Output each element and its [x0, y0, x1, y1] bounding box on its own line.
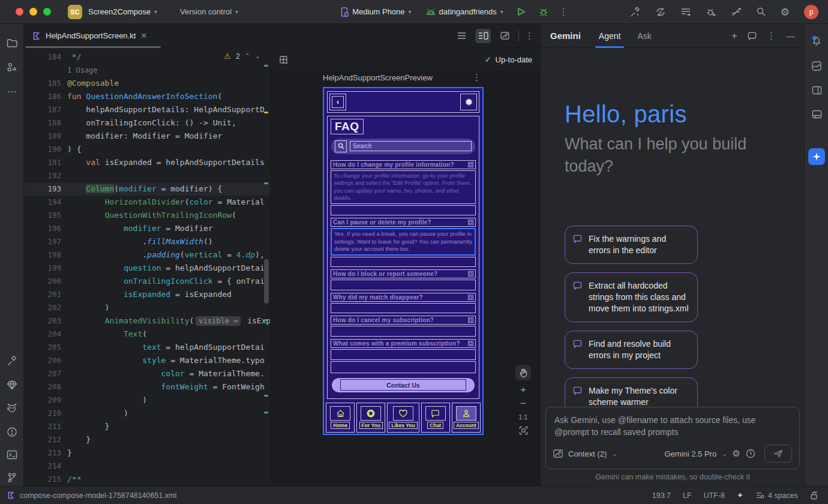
indent-setting[interactable]: 4 spaces	[755, 491, 798, 500]
editor-options-kebab[interactable]: ⋮	[525, 31, 534, 41]
nav-account[interactable]: Account	[452, 403, 481, 433]
build-tool-icon[interactable]	[0, 353, 24, 370]
gemini-prompt-input[interactable]: Ask Gemini, use @filename to attach sour…	[545, 407, 800, 469]
logcat-cat-icon[interactable]	[0, 400, 24, 416]
faq-search-bar[interactable]: Search	[331, 139, 475, 154]
device-mirror-icon[interactable]	[731, 7, 742, 17]
phone-settings-button[interactable]	[460, 94, 477, 110]
nav-for-you[interactable]: For You	[356, 403, 385, 433]
code-editor[interactable]: 184 */1 Usage185@Composable186fun Questi…	[24, 48, 270, 486]
sync-icon[interactable]: A	[655, 7, 666, 17]
status-file-name[interactable]: compose-compose-model-1758748140651.xml	[20, 491, 176, 500]
gemini-options-kebab[interactable]: ⋮	[767, 31, 776, 41]
chat-history-icon[interactable]	[748, 32, 757, 40]
new-chat-plus-icon[interactable]: +	[731, 30, 737, 42]
nav-chat[interactable]: Chat	[421, 403, 450, 433]
project-selector[interactable]: Screen2Compose▾	[88, 7, 157, 16]
caret-position[interactable]: 193:7	[652, 491, 671, 500]
notifications-bell-icon[interactable]	[805, 32, 828, 49]
git-icon[interactable]	[0, 469, 24, 486]
tab-agent[interactable]: Agent	[599, 24, 621, 48]
history-clock-icon[interactable]	[746, 449, 755, 458]
expand-icon[interactable]	[468, 317, 473, 323]
gemini-settings-icon[interactable]: ⚙	[733, 448, 740, 459]
faq-question[interactable]: How do I cancel my subscription?	[331, 316, 476, 325]
unlocked-padlock-icon[interactable]	[810, 491, 818, 500]
code-view-button[interactable]	[454, 29, 469, 43]
editor-scrollbar[interactable]	[263, 48, 270, 486]
model-selector[interactable]: Gemini 2.5 Pro	[664, 449, 716, 458]
prev-issue-icon[interactable]: ⌃	[245, 52, 250, 60]
zoom-to-fit-button[interactable]	[519, 426, 528, 435]
inspection-widget[interactable]: ⚠ 2 ⌃ ⌄	[224, 52, 260, 61]
more-tool-windows-icon[interactable]: ⋯	[0, 83, 24, 100]
project-tool-icon[interactable]	[0, 35, 24, 52]
device-manager-panel-icon[interactable]	[805, 82, 828, 98]
search-icon[interactable]	[756, 7, 766, 17]
split-view-button[interactable]	[475, 29, 491, 43]
send-button[interactable]	[764, 445, 792, 463]
layout-grid-icon[interactable]	[279, 55, 289, 65]
line-ending[interactable]: LF	[683, 491, 692, 500]
window-controls[interactable]	[16, 8, 51, 16]
user-avatar[interactable]: p	[804, 5, 818, 19]
compose-preview-phone[interactable]: ‹ FAQ Search How do I change my profile …	[323, 87, 484, 435]
faq-question[interactable]: How do I change my profile information?	[331, 160, 476, 169]
run-button[interactable]	[517, 7, 526, 16]
vcs-selector[interactable]: Version control▾	[180, 7, 238, 16]
search-placeholder[interactable]: Search	[350, 141, 472, 151]
expand-icon[interactable]	[468, 162, 473, 167]
todo-list-icon[interactable]	[680, 7, 691, 17]
expand-icon[interactable]	[468, 295, 473, 300]
suggestion-chip[interactable]: Extract all hardcoded strings from this …	[565, 272, 698, 322]
design-view-button[interactable]	[497, 29, 512, 43]
debug-button[interactable]	[539, 7, 548, 17]
nav-home[interactable]: Home	[326, 403, 355, 433]
attach-image-icon[interactable]	[553, 449, 563, 458]
preview-title[interactable]: HelpAndSupportScreenPreview	[323, 73, 433, 82]
nav-likes-you[interactable]: Likes You	[387, 403, 419, 433]
maximize-window-button[interactable]	[43, 8, 51, 16]
suggestion-chip[interactable]: Find and resolve build errors in my proj…	[565, 331, 698, 369]
faq-question[interactable]: What comes with a premium subscription?	[331, 339, 476, 348]
settings-icon[interactable]: ⚙	[781, 6, 790, 18]
suggestion-chip[interactable]: Fix the warnings and errors in the edito…	[565, 226, 698, 264]
contact-us-button[interactable]: Contact Us	[332, 378, 475, 392]
ai-gradient-icon[interactable]	[805, 58, 828, 74]
minimize-window-button[interactable]	[29, 8, 37, 16]
expand-icon[interactable]	[468, 341, 473, 346]
faq-question[interactable]: How do I block or report someone?	[331, 269, 476, 278]
run-options-kebab[interactable]: ⋮	[559, 7, 569, 17]
pan-tool-button[interactable]	[515, 365, 531, 380]
tab-ask[interactable]: Ask	[637, 24, 651, 48]
faq-question[interactable]: Can I pause or delete my profile?	[331, 218, 476, 227]
context-selector[interactable]: Context (2)	[568, 449, 607, 458]
close-window-button[interactable]	[16, 8, 23, 16]
phone-back-button[interactable]: ‹	[329, 94, 346, 110]
structure-tool-icon[interactable]	[0, 59, 24, 76]
build-icon[interactable]	[630, 7, 641, 17]
zoom-out-button[interactable]: −	[520, 400, 526, 408]
hide-panel-icon[interactable]: —	[786, 31, 795, 41]
zoom-actual-size-button[interactable]: 1:1	[518, 413, 527, 421]
run-configuration-selector[interactable]: datingandfriends▾	[426, 7, 503, 16]
problems-icon[interactable]	[0, 424, 24, 440]
terminal-icon[interactable]	[0, 446, 24, 463]
close-tab-icon[interactable]: ✕	[140, 31, 147, 40]
expand-icon[interactable]	[468, 220, 473, 225]
scrollbar-thumb[interactable]	[264, 259, 269, 304]
file-encoding[interactable]: UTF-8	[704, 491, 725, 500]
next-issue-icon[interactable]: ⌄	[255, 52, 260, 60]
gemini-toolwindow-button[interactable]	[808, 148, 825, 165]
zoom-in-button[interactable]: +	[520, 386, 526, 394]
device-selector[interactable]: Medium Phone▾	[340, 7, 411, 17]
ai-sparkle-icon[interactable]: ✦	[737, 491, 743, 500]
layout-panel-icon[interactable]	[805, 106, 828, 122]
resource-manager-gem-icon[interactable]	[0, 377, 24, 394]
profiler-icon[interactable]	[706, 7, 716, 17]
tab-helpandsupportscreen[interactable]: HelpAndSupportScreen.kt ✕	[24, 24, 155, 48]
expand-icon[interactable]	[468, 271, 473, 277]
faq-question[interactable]: Why did my match disappear?	[331, 293, 476, 302]
preview-options-kebab[interactable]: ⋮	[472, 72, 482, 83]
faq-answer-highlighted[interactable]: Yes. If you need a break, you can pause …	[331, 228, 476, 256]
